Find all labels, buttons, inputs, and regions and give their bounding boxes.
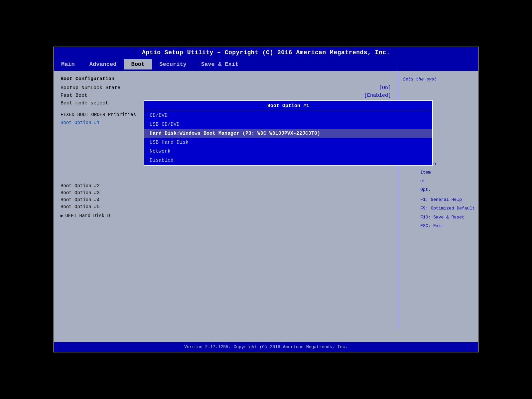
footer: Version 2.17.1255. Copyright (C) 2016 Am… xyxy=(54,342,478,352)
boot-config-header: Boot Configuration xyxy=(61,76,391,82)
footer-text: Version 2.17.1255. Copyright (C) 2016 Am… xyxy=(184,344,347,349)
boot-option-5-row[interactable]: Boot Option #5 xyxy=(61,204,391,209)
uefi-row[interactable]: ▶ UEFI Hard Disk D xyxy=(61,213,391,218)
dropdown-item-disabled[interactable]: Disabled xyxy=(144,156,432,165)
nav-main[interactable]: Main xyxy=(54,59,82,69)
fastboot-row[interactable]: Fast Boot [Enabled] xyxy=(61,93,391,98)
boot-option-3-row[interactable]: Boot Option #3 xyxy=(61,190,391,196)
numlock-row[interactable]: Bootup NumLock State [On] xyxy=(61,85,391,91)
dropdown-title: Boot Option #1 xyxy=(144,101,432,111)
help-text: Sets the syst xyxy=(403,76,473,83)
boot-option-3-label: Boot Option #3 xyxy=(61,190,100,196)
fastboot-value: [Enabled] xyxy=(364,93,391,98)
boot-option-4-label: Boot Option #4 xyxy=(61,197,100,202)
dropdown-item-network[interactable]: Network xyxy=(144,147,432,156)
nav-bar: Main Advanced Boot Security Save & Exit xyxy=(54,58,478,71)
right-keys-area: Screen Item ct Opt. F1: General Help F9:… xyxy=(420,160,475,231)
boot-option-dropdown[interactable]: Boot Option #1 CD/DVD USB CD/DVD Hard Di… xyxy=(144,100,433,166)
boot-option-1-label: Boot Option #1 xyxy=(61,120,100,130)
nav-save-exit[interactable]: Save & Exit xyxy=(194,59,246,69)
dropdown-item-harddisk[interactable]: Hard Disk:Windows Boot Manager (P3: WDC … xyxy=(144,129,432,138)
key-f10: F10: Save & Reset xyxy=(420,214,475,221)
boot-option-2-row[interactable]: Boot Option #2 xyxy=(61,183,391,189)
title-bar: Aptio Setup Utility – Copyright (C) 2016… xyxy=(54,47,478,58)
nav-boot[interactable]: Boot xyxy=(124,59,152,69)
key-f1: F1: General Help xyxy=(420,196,475,203)
numlock-label: Bootup NumLock State xyxy=(61,85,120,91)
numlock-value: [On] xyxy=(379,85,391,91)
boot-option-4-row[interactable]: Boot Option #4 xyxy=(61,197,391,202)
triangle-icon: ▶ xyxy=(61,213,63,218)
right-ct-label: ct xyxy=(420,178,475,185)
nav-security[interactable]: Security xyxy=(152,59,194,69)
bios-screen: Aptio Setup Utility – Copyright (C) 2016… xyxy=(53,47,479,352)
right-opt-label: Opt. xyxy=(420,186,475,194)
dropdown-item-usbharddisk[interactable]: USB Hard Disk xyxy=(144,138,432,147)
dropdown-item-usbcddvd[interactable]: USB CD/DVD xyxy=(144,120,432,129)
key-esc: ESC: Exit xyxy=(420,222,475,230)
key-f9: F9: Optimized Default xyxy=(420,205,475,212)
boot-option-5-label: Boot Option #5 xyxy=(61,204,100,209)
dropdown-item-cddvd[interactable]: CD/DVD xyxy=(144,111,432,120)
uefi-label: UEFI Hard Disk D xyxy=(65,213,110,218)
bootmode-label: Boot mode select xyxy=(61,100,108,106)
nav-advanced[interactable]: Advanced xyxy=(82,59,124,69)
title-text: Aptio Setup Utility – Copyright (C) 2016… xyxy=(142,49,390,56)
fastboot-label: Fast Boot xyxy=(61,93,87,98)
right-item-label: Item xyxy=(420,169,475,176)
boot-option-2-label: Boot Option #2 xyxy=(61,183,100,189)
